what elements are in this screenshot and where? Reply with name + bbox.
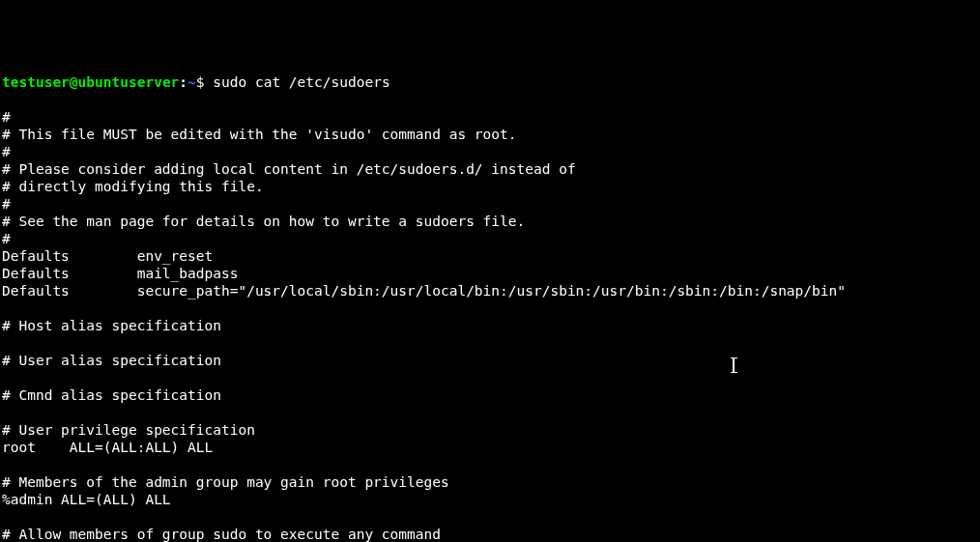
output-line: root ALL=(ALL:ALL) ALL: [2, 439, 978, 456]
output-line: #: [2, 143, 978, 160]
output-line: #: [2, 195, 978, 213]
output-line: [2, 334, 978, 352]
output-line: # See the man page for details on how to…: [2, 213, 978, 230]
prompt-colon: :: [179, 74, 187, 90]
output-line: [2, 369, 978, 386]
output-line: [2, 508, 978, 526]
output-line: # directly modifying this file.: [2, 178, 978, 195]
output-line: # This file MUST be edited with the 'vis…: [2, 126, 978, 143]
output-line: # User alias specification: [2, 352, 978, 369]
prompt-line[interactable]: testuser@ubuntuserver:~$ sudo cat /etc/s…: [2, 73, 978, 91]
output-line: # Members of the admin group may gain ro…: [2, 473, 978, 491]
output-line: #: [2, 230, 978, 247]
command-text: sudo cat /etc/sudoers: [213, 74, 389, 90]
output-line: # Allow members of group sudo to execute…: [2, 526, 978, 542]
output-line: [2, 300, 978, 317]
output-line: #: [2, 108, 978, 126]
prompt-user: testuser: [2, 74, 70, 90]
output-line: Defaults env_reset: [2, 247, 978, 265]
output-line: [2, 404, 978, 421]
output-container[interactable]: ## This file MUST be edited with the 'vi…: [2, 108, 978, 542]
output-line: %admin ALL=(ALL) ALL: [2, 491, 978, 508]
output-line: # Cmnd alias specification: [2, 386, 978, 404]
output-line: Defaults secure_path="/usr/local/sbin:/u…: [2, 282, 978, 300]
output-line: # Host alias specification: [2, 317, 978, 334]
prompt-dollar: $: [196, 74, 213, 90]
terminal-window[interactable]: { "prompt": { "user": "testuser", "at": …: [0, 0, 980, 542]
prompt-path: ~: [187, 74, 196, 90]
prompt-at: @: [70, 74, 78, 90]
output-line: # Please consider adding local content i…: [2, 160, 978, 178]
output-line: Defaults mail_badpass: [2, 265, 978, 282]
output-line: # User privilege specification: [2, 421, 978, 439]
output-line: [2, 456, 978, 473]
prompt-host: ubuntuserver: [78, 74, 180, 90]
